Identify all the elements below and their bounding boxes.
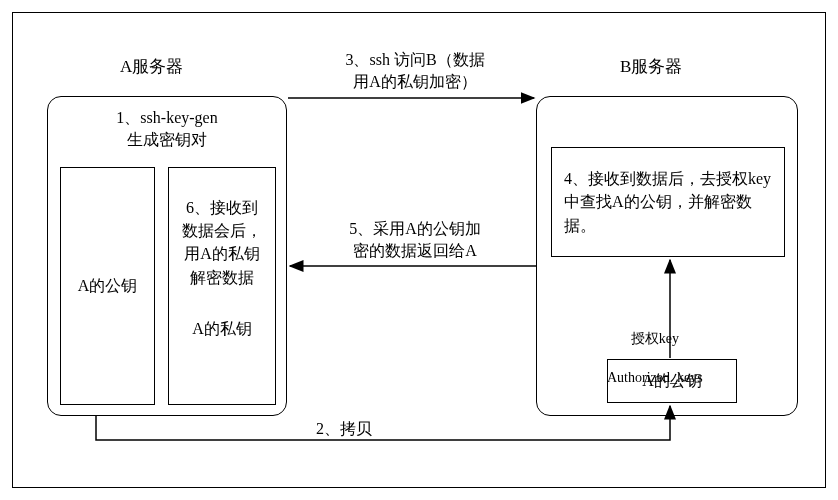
- step-6-line3: 用A的私钥: [184, 242, 260, 265]
- server-b-pubkey-box: A的公钥: [607, 359, 737, 403]
- server-a-pubkey-box: A的公钥: [60, 167, 155, 405]
- server-b-box: 4、接收到数据后，去授权key中查找A的公钥，并解密数据。 授权key Auth…: [536, 96, 798, 416]
- authkey-line1: 授权key: [631, 331, 679, 346]
- server-a-pubkey-label: A的公钥: [78, 274, 138, 297]
- step-4-box: 4、接收到数据后，去授权key中查找A的公钥，并解密数据。: [551, 147, 785, 257]
- server-a-privkey-label: A的私钥: [192, 317, 252, 340]
- step-4-text: 4、接收到数据后，去授权key中查找A的公钥，并解密数据。: [564, 167, 772, 237]
- server-a-privkey-box: 6、接收到 数据会后， 用A的私钥 解密数据 A的私钥: [168, 167, 276, 405]
- server-a-box: 1、ssh-key-gen 生成密钥对 A的公钥 6、接收到 数据会后， 用A的…: [47, 96, 287, 416]
- step-5-text: 5、采用A的公钥加 密的数据返回给A: [310, 218, 520, 263]
- step-2-text: 2、拷贝: [316, 418, 372, 440]
- step-1-text: 1、ssh-key-gen 生成密钥对: [48, 107, 286, 152]
- server-b-label: B服务器: [620, 55, 682, 78]
- step-6-line4: 解密数据: [190, 266, 254, 289]
- server-b-pubkey-label: A的公钥: [642, 369, 702, 392]
- step-6-line1: 6、接收到: [186, 196, 258, 219]
- step-3-text: 3、ssh 访问B（数据 用A的私钥加密）: [300, 49, 530, 94]
- server-a-label: A服务器: [120, 55, 183, 78]
- step-6-line2: 数据会后，: [182, 219, 262, 242]
